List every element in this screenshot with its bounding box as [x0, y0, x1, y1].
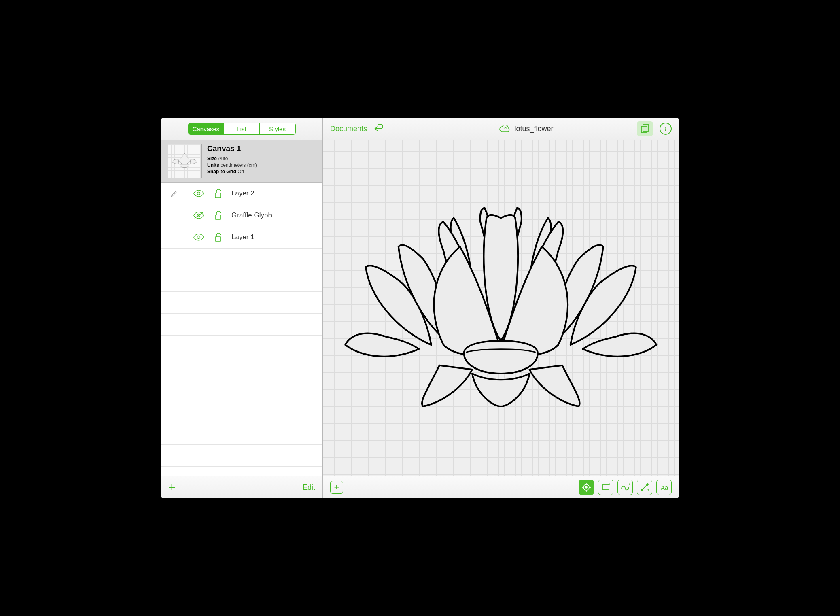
svg-point-10	[585, 486, 587, 488]
empty-row	[161, 445, 322, 467]
visibility-icon[interactable]	[192, 233, 206, 241]
empty-row	[161, 336, 322, 357]
edit-button[interactable]: Edit	[303, 483, 315, 492]
layer-name: Graffle Glyph	[231, 211, 317, 219]
document-title-block: lotus_flower	[420, 124, 631, 134]
sidebar-bottombar: + Edit	[161, 476, 322, 498]
cloud-sync-icon	[498, 124, 511, 134]
tab-list[interactable]: List	[224, 123, 260, 134]
sidebar-tabs: Canvases List Styles	[188, 123, 296, 135]
svg-point-0	[197, 192, 200, 195]
freehand-tool-button[interactable]: +	[617, 480, 633, 495]
svg-text:+: +	[609, 483, 610, 486]
selection-tool-button[interactable]	[579, 480, 594, 495]
empty-row	[161, 292, 322, 314]
sidebar-toggle-button[interactable]	[637, 121, 653, 136]
layer-row[interactable]: Layer 1	[161, 226, 322, 248]
rect-tool-button[interactable]: +	[598, 480, 613, 495]
empty-row	[161, 467, 322, 476]
text-tool-button[interactable]: Aa	[656, 480, 672, 495]
lock-icon[interactable]	[213, 210, 224, 220]
add-shape-button[interactable]: +	[330, 481, 343, 494]
canvas-meta: Canvas 1 Size Auto Units centimeters (cm…	[207, 144, 318, 175]
lock-icon[interactable]	[213, 189, 224, 198]
svg-point-5	[197, 236, 200, 238]
visibility-hidden-icon[interactable]	[192, 211, 206, 219]
document-title: lotus_flower	[515, 125, 554, 133]
layer-row[interactable]: Graffle Glyph	[161, 204, 322, 226]
main-bottombar: + + + + Aa	[323, 476, 679, 498]
empty-row	[161, 423, 322, 445]
svg-text:+: +	[628, 483, 630, 486]
canvas[interactable]	[323, 140, 679, 476]
empty-row	[161, 314, 322, 336]
svg-point-19	[641, 489, 643, 491]
tab-canvases[interactable]: Canvases	[189, 123, 224, 134]
documents-button[interactable]: Documents	[330, 125, 367, 133]
add-canvas-button[interactable]: +	[168, 481, 176, 493]
empty-row	[161, 357, 322, 379]
sidebar: Canvases List Styles	[161, 118, 323, 498]
canvas-card[interactable]: Canvas 1 Size Auto Units centimeters (cm…	[161, 140, 322, 183]
layer-name: Layer 2	[231, 189, 317, 198]
svg-rect-4	[215, 215, 221, 219]
layer-name: Layer 1	[231, 233, 317, 241]
main-area: Documents lotus_flower i	[323, 118, 679, 498]
canvas-title: Canvas 1	[207, 144, 318, 153]
visibility-icon[interactable]	[192, 189, 206, 198]
empty-row	[161, 248, 322, 270]
svg-rect-15	[602, 485, 609, 490]
layer-row[interactable]: Layer 2	[161, 183, 322, 204]
empty-row	[161, 379, 322, 401]
lotus-drawing	[337, 202, 665, 414]
lock-icon[interactable]	[213, 232, 224, 242]
svg-text:Aa: Aa	[661, 484, 668, 491]
sidebar-tabbar: Canvases List Styles	[161, 118, 322, 140]
svg-line-18	[642, 484, 647, 490]
svg-rect-6	[215, 237, 221, 241]
canvas-thumbnail	[168, 144, 202, 178]
svg-rect-7	[641, 126, 647, 133]
empty-row	[161, 270, 322, 292]
svg-point-20	[647, 484, 648, 485]
info-button[interactable]: i	[660, 123, 672, 135]
tab-styles[interactable]: Styles	[260, 123, 295, 134]
line-tool-button[interactable]: +	[637, 480, 652, 495]
pencil-icon[interactable]	[170, 189, 178, 198]
svg-rect-8	[643, 125, 649, 131]
svg-rect-1	[215, 193, 221, 198]
main-toolbar: Documents lotus_flower i	[323, 118, 679, 140]
layer-list: Layer 2 Graffle Glyph	[161, 183, 322, 476]
empty-row	[161, 401, 322, 423]
undo-button[interactable]	[373, 123, 386, 134]
svg-text:+: +	[647, 488, 649, 492]
